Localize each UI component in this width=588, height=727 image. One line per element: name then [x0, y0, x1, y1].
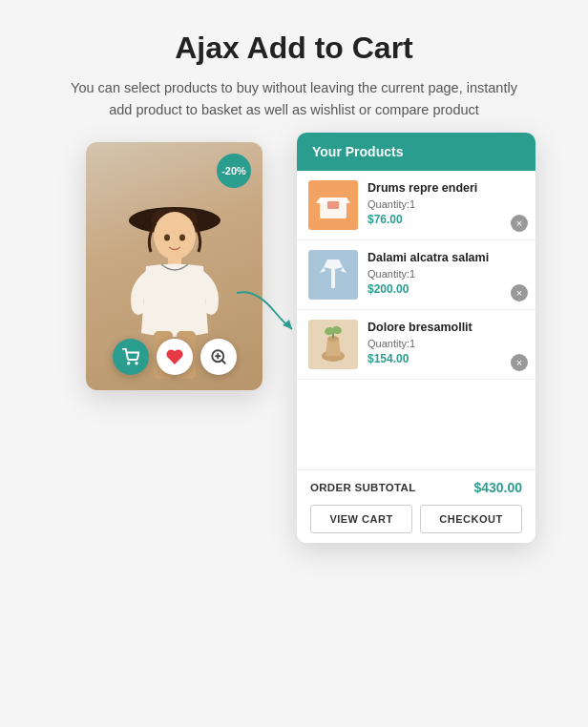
svg-rect-17 [327, 201, 339, 209]
page-header: Ajax Add to Cart You can select products… [27, 0, 561, 133]
cart-item-price: $76.00 [368, 213, 524, 226]
svg-point-9 [136, 363, 137, 364]
cart-item-image [308, 180, 358, 230]
svg-line-11 [221, 361, 224, 364]
cart-items-list: Drums repre enderi Quantity:1 $76.00 × [297, 171, 536, 469]
remove-item-button[interactable]: × [511, 215, 528, 232]
checkout-button[interactable]: CHECKOUT [420, 505, 522, 533]
demo-area: -20% [0, 133, 588, 727]
cart-panel-header: Your Products [297, 133, 536, 171]
add-to-cart-button[interactable] [113, 339, 149, 375]
wishlist-button[interactable] [157, 339, 193, 375]
svg-point-7 [179, 235, 185, 241]
cart-item: Drums repre enderi Quantity:1 $76.00 × [297, 171, 536, 240]
cart-item-price: $200.00 [368, 282, 524, 296]
cart-item-info: Dolore bresamollit Quantity:1 $154.00 [368, 320, 524, 364]
cart-item-info: Drums repre enderi Quantity:1 $76.00 [368, 180, 524, 225]
remove-item-button[interactable]: × [511, 354, 528, 371]
cart-item-name: Dolore bresamollit [368, 320, 524, 335]
remove-item-button[interactable]: × [511, 284, 528, 301]
page-subtitle: You can select products to buy without l… [65, 77, 523, 121]
cart-footer: ORDER SUBTOTAL $430.00 VIEW CART CHECKOU… [297, 469, 536, 543]
svg-point-6 [164, 235, 170, 241]
cart-item-price: $154.00 [368, 352, 524, 365]
cart-item-info: Dalami alcatra salami Quantity:1 $200.00 [368, 250, 524, 295]
view-cart-button[interactable]: VIEW CART [310, 505, 412, 533]
cart-item-quantity: Quantity:1 [368, 338, 524, 349]
zoom-button[interactable] [200, 339, 237, 375]
cart-item-name: Dalami alcatra salami [368, 250, 524, 265]
cart-item: Dolore bresamollit Quantity:1 $154.00 × [297, 310, 536, 380]
connecting-arrow [227, 283, 304, 341]
subtotal-value: $430.00 [473, 480, 522, 495]
svg-point-2 [154, 212, 196, 260]
cart-buttons: VIEW CART CHECKOUT [310, 505, 522, 533]
subtotal-label: ORDER SUBTOTAL [310, 482, 415, 493]
page-title: Ajax Add to Cart [65, 31, 523, 66]
cart-item-image [308, 320, 358, 369]
cart-item-quantity: Quantity:1 [368, 268, 524, 280]
product-actions [113, 339, 237, 375]
cart-item-name: Drums repre enderi [368, 180, 524, 196]
svg-point-8 [128, 363, 130, 364]
cart-item-quantity: Quantity:1 [368, 198, 524, 210]
product-card: -20% [86, 142, 262, 390]
cart-panel: Your Products Drums repre enderi [297, 133, 536, 543]
cart-item: Dalami alcatra salami Quantity:1 $200.00… [297, 240, 536, 310]
subtotal-row: ORDER SUBTOTAL $430.00 [310, 480, 522, 495]
cart-item-image [308, 250, 358, 300]
